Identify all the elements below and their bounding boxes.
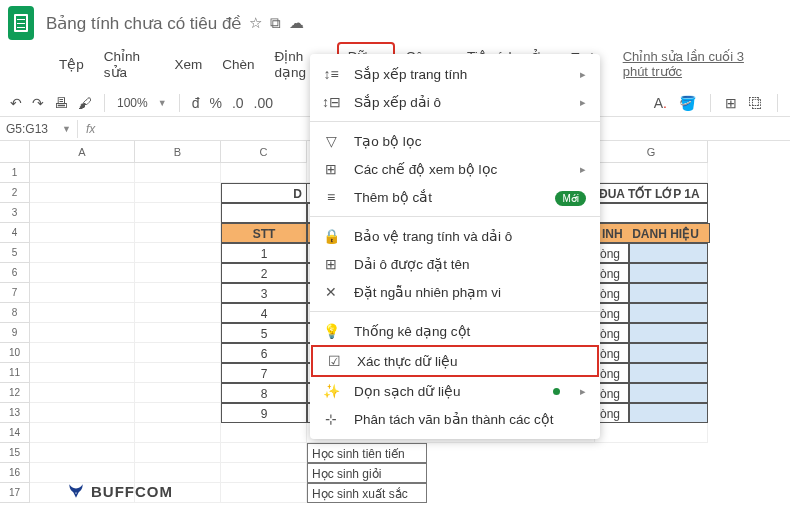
cleanup-icon: ✨ — [322, 383, 340, 399]
cell-f[interactable]: òng — [595, 243, 629, 263]
row-header[interactable]: 8 — [0, 303, 30, 323]
cell-stt[interactable]: 4 — [221, 303, 307, 323]
cell-stt[interactable]: 7 — [221, 363, 307, 383]
row-header[interactable]: 7 — [0, 283, 30, 303]
row-header[interactable]: 13 — [0, 403, 30, 423]
row-header[interactable]: 5 — [0, 243, 30, 263]
cell-f[interactable]: òng — [595, 383, 629, 403]
cell-f[interactable]: òng — [595, 343, 629, 363]
table-header[interactable]: INH DANH HIỆU — [597, 223, 710, 243]
print-icon[interactable]: 🖶 — [54, 95, 68, 111]
menu-protect[interactable]: 🔒 Bảo vệ trang tính và dải ô — [310, 222, 600, 250]
cell-selected[interactable] — [629, 403, 708, 423]
data-menu-dropdown: ↕≡ Sắp xếp trang tính▸ ↕⊟ Sắp xếp dải ô▸… — [310, 54, 600, 439]
cell-selected[interactable] — [629, 323, 708, 343]
menu-randomize[interactable]: ✕ Đặt ngẫu nhiên phạm vi — [310, 278, 600, 306]
menu-edit[interactable]: Chỉnh sửa — [95, 44, 164, 84]
row-header[interactable]: 15 — [0, 443, 30, 463]
cell-option[interactable]: Học sinh xuất sắc — [307, 483, 427, 503]
cell-f[interactable]: òng — [595, 323, 629, 343]
col-header[interactable]: A — [30, 141, 135, 163]
name-box-arrow-icon[interactable]: ▼ — [62, 124, 71, 134]
row-header[interactable]: 1 — [0, 163, 30, 183]
star-icon[interactable]: ☆ — [249, 14, 262, 32]
row-header[interactable]: 17 — [0, 483, 30, 503]
undo-icon[interactable]: ↶ — [10, 95, 22, 111]
cloud-status-icon[interactable]: ☁ — [289, 14, 304, 32]
cell-stt[interactable]: 3 — [221, 283, 307, 303]
fill-color-icon[interactable]: 🪣 — [679, 95, 696, 111]
table-header[interactable]: STT — [221, 223, 307, 243]
cell-stt[interactable]: 9 — [221, 403, 307, 423]
cell-stt[interactable]: 5 — [221, 323, 307, 343]
row-header[interactable]: 10 — [0, 343, 30, 363]
split-icon: ⊹ — [322, 411, 340, 427]
indicator-dot-icon — [553, 388, 560, 395]
cell-f[interactable]: òng — [595, 403, 629, 423]
cell-stt[interactable]: 1 — [221, 243, 307, 263]
cell-selected[interactable] — [629, 283, 708, 303]
borders-icon[interactable]: ⊞ — [725, 95, 737, 111]
cell-f[interactable]: òng — [595, 263, 629, 283]
text-color-icon[interactable]: A. — [654, 95, 667, 111]
menu-filter-views[interactable]: ⊞ Các chế độ xem bộ lọc▸ — [310, 155, 600, 183]
cell-f[interactable]: òng — [595, 303, 629, 323]
row-header[interactable]: 6 — [0, 263, 30, 283]
row-header[interactable]: 16 — [0, 463, 30, 483]
percent-icon[interactable]: % — [209, 95, 221, 111]
redo-icon[interactable]: ↷ — [32, 95, 44, 111]
col-header[interactable]: C — [221, 141, 307, 163]
row-header[interactable]: 11 — [0, 363, 30, 383]
menu-create-filter[interactable]: ▽ Tạo bộ lọc — [310, 127, 600, 155]
cell-stt[interactable]: 2 — [221, 263, 307, 283]
last-edit-link[interactable]: Chỉnh sửa lần cuối 3 phút trước — [623, 49, 770, 79]
sort-range-icon: ↕⊟ — [322, 94, 340, 110]
cell-selected[interactable] — [629, 263, 708, 283]
cell-f[interactable]: òng — [595, 283, 629, 303]
document-name[interactable]: Bảng tính chưa có tiêu đề — [46, 13, 241, 34]
cell-selected[interactable] — [629, 243, 708, 263]
cell-selected[interactable] — [629, 343, 708, 363]
menu-column-stats[interactable]: 💡 Thống kê dạng cột — [310, 317, 600, 345]
slicer-icon: ≡ — [322, 189, 340, 205]
dec-increase-icon[interactable]: .00 — [254, 95, 273, 111]
row-header[interactable]: 12 — [0, 383, 30, 403]
cell-option[interactable]: Học sinh tiên tiến — [307, 443, 427, 463]
menu-file[interactable]: Tệp — [50, 52, 93, 76]
cell-option[interactable]: Học sinh giỏi — [307, 463, 427, 483]
paint-format-icon[interactable]: 🖌 — [78, 95, 92, 111]
move-folder-icon[interactable]: ⧉ — [270, 14, 281, 32]
row-header[interactable]: 3 — [0, 203, 30, 223]
menu-named-ranges[interactable]: ⊞ Dải ô được đặt tên — [310, 250, 600, 278]
merge-icon[interactable]: ⿻ — [749, 95, 763, 111]
sheets-logo[interactable] — [8, 6, 34, 40]
cell-selected[interactable] — [629, 363, 708, 383]
titlebar: Bảng tính chưa có tiêu đề ☆ ⧉ ☁ — [0, 0, 790, 46]
watermark: BUFFCOM — [66, 481, 173, 501]
title-cell[interactable]: ĐUA TỐT LỚP 1A — [595, 183, 708, 203]
col-header[interactable]: B — [135, 141, 221, 163]
menu-data-validation[interactable]: ☑ Xác thực dữ liệu — [311, 345, 599, 377]
cell-selected[interactable] — [629, 303, 708, 323]
currency-icon[interactable]: đ — [192, 95, 200, 111]
name-box[interactable]: G5:G13 ▼ — [0, 120, 78, 138]
menu-data-cleanup[interactable]: ✨ Dọn sạch dữ liệu ▸ — [310, 377, 600, 405]
cell-stt[interactable]: 6 — [221, 343, 307, 363]
title-cell[interactable]: D — [221, 183, 307, 203]
cell-selected[interactable] — [629, 383, 708, 403]
cell-stt[interactable]: 8 — [221, 383, 307, 403]
cell-f[interactable]: òng — [595, 363, 629, 383]
menu-view[interactable]: Xem — [165, 53, 211, 76]
row-header[interactable]: 2 — [0, 183, 30, 203]
menu-sort-range[interactable]: ↕⊟ Sắp xếp dải ô▸ — [310, 88, 600, 116]
zoom-select[interactable]: 100% — [117, 96, 148, 110]
menu-add-slicer[interactable]: ≡ Thêm bộ cắt Mới — [310, 183, 600, 211]
row-header[interactable]: 14 — [0, 423, 30, 443]
menu-sort-sheet[interactable]: ↕≡ Sắp xếp trang tính▸ — [310, 60, 600, 88]
menu-insert[interactable]: Chèn — [213, 53, 263, 76]
row-header[interactable]: 9 — [0, 323, 30, 343]
col-header[interactable]: G — [595, 141, 708, 163]
menu-split-text[interactable]: ⊹ Phân tách văn bản thành các cột — [310, 405, 600, 433]
dec-decrease-icon[interactable]: .0 — [232, 95, 244, 111]
row-header[interactable]: 4 — [0, 223, 30, 243]
